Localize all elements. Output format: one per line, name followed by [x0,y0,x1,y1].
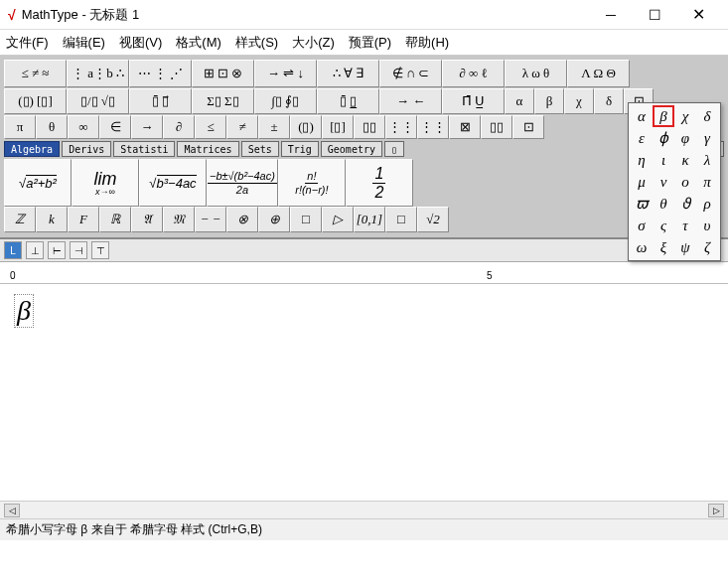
menu-edit[interactable]: 编辑(E) [63,34,105,52]
sym-slot1[interactable]: ▯▯ [354,115,385,139]
sym-paren[interactable]: (▯) [290,115,322,139]
horizontal-scrollbar[interactable]: ◁ ▷ [0,501,728,518]
greek-gamma-cell[interactable]: γ [696,127,718,149]
maximize-button[interactable]: ☐ [633,1,676,29]
greek-chi-cell[interactable]: χ [674,105,696,127]
greek-beta-cell[interactable]: β [653,105,674,127]
sym-otimes[interactable]: ⊗ [226,207,258,232]
template-underover[interactable]: ▯̄ ▯̲ [317,88,379,114]
greek-omicron-cell[interactable]: ο [674,171,696,193]
template-products[interactable]: Π̄ U̲ [442,88,505,114]
menu-style[interactable]: 样式(S) [235,34,278,52]
greek-epsilon-cell[interactable]: ε [631,127,653,149]
palette-relations[interactable]: ≤ ≠ ≈ [4,60,67,87]
palette-arrows[interactable]: → ⇌ ↓ [254,60,317,87]
greek-varphi-cell[interactable]: φ [674,127,696,149]
greek-tau-cell[interactable]: τ [674,215,696,236]
sym-pm[interactable]: ± [258,115,290,139]
greek-lambda-cell[interactable]: λ [696,149,718,171]
equation-editor[interactable]: β [0,284,728,501]
tab-right[interactable]: ⊢ [48,241,66,259]
greek-beta[interactable]: β [534,88,564,114]
menu-help[interactable]: 帮助(H) [405,34,449,52]
greek-pi-cell[interactable]: π [696,171,718,193]
sym-slot2[interactable]: ⋮⋮ [385,115,417,139]
greek-delta-cell[interactable]: δ [696,105,718,127]
sym-bracket[interactable]: [▯] [322,115,354,139]
sym-Z[interactable]: ℤ [4,207,36,232]
menu-prefs[interactable]: 预置(P) [349,34,391,52]
greek-theta-cell[interactable]: θ [653,193,674,215]
tab-center[interactable]: ⊥ [26,241,44,259]
template-integrals[interactable]: ∫▯ ∮▯ [254,88,317,114]
menu-view[interactable]: 视图(V) [119,34,162,52]
palette-spaces[interactable]: ⋮ a⋮b ∴ [67,60,129,87]
tab-geometry[interactable]: Geometry [321,141,382,157]
greek-varpi-cell[interactable]: ϖ [631,193,653,215]
sym-arrow[interactable]: → [131,115,163,139]
ruler[interactable]: 0 5 [0,262,728,284]
sym-box2[interactable]: □ [385,207,417,232]
sym-leq[interactable]: ≤ [195,115,226,139]
minimize-button[interactable]: ─ [589,1,633,29]
greek-delta[interactable]: δ [594,88,624,114]
greek-kappa-cell[interactable]: κ [674,149,696,171]
tab-algebra[interactable]: Algebra [4,141,60,157]
palette-operators[interactable]: ⊞ ⊡ ⊗ [192,60,254,87]
greek-alpha-cell[interactable]: α [631,105,653,127]
menu-format[interactable]: 格式(M) [176,34,221,52]
tab-extra[interactable]: ▯ [384,141,404,157]
close-button[interactable]: ✕ [676,1,720,29]
sym-dash[interactable]: − − [195,207,226,232]
palette-greek-upper[interactable]: Λ Ω Θ [567,60,630,87]
sym-sqrt2[interactable]: √2 [417,207,449,232]
sym-slot3[interactable]: ⋮⋮ [417,115,449,139]
sym-pi[interactable]: π [4,115,36,139]
tab-left[interactable]: L [4,241,22,259]
greek-zeta-cell[interactable]: ζ [696,236,718,258]
sym-F[interactable]: F [68,207,99,232]
tab-trig[interactable]: Trig [281,141,319,157]
template-fences[interactable]: (▯) [▯] [4,88,67,114]
greek-eta-cell[interactable]: η [631,149,653,171]
palette-dots[interactable]: ⋯ ⋮ ⋰ [129,60,192,87]
tab-statistics[interactable]: Statisti [113,141,175,157]
menu-file[interactable]: 文件(F) [6,34,49,52]
palette-misc[interactable]: ∂ ∞ ℓ [442,60,505,87]
sym-slot6[interactable]: ⊡ [512,115,544,139]
sym-k[interactable]: k [36,207,68,232]
greek-sigma-cell[interactable]: σ [631,215,653,236]
greek-omega-cell[interactable]: ω [631,236,653,258]
template-half[interactable]: 12 [346,159,413,207]
palette-greek-lower[interactable]: λ ω θ [505,60,567,87]
template-bars[interactable]: ▯̄ ▯⃗ [129,88,192,114]
sym-slot5[interactable]: ▯▯ [481,115,512,139]
sym-frakA[interactable]: 𝔄 [131,207,163,232]
greek-chi[interactable]: χ [564,88,594,114]
greek-psi-cell[interactable]: ψ [674,236,696,258]
sym-theta[interactable]: θ [36,115,68,139]
greek-phi-cell[interactable]: ϕ [653,127,674,149]
template-permutation[interactable]: n!r!(n−r)! [278,159,346,207]
template-pythagoras[interactable]: √a²+b² [4,159,72,207]
greek-iota-cell[interactable]: ι [653,149,674,171]
sym-R[interactable]: ℝ [99,207,131,232]
greek-nu-cell[interactable]: ν [653,171,674,193]
menu-size[interactable]: 大小(Z) [292,34,335,52]
greek-mu-cell[interactable]: μ [631,171,653,193]
tab-sets[interactable]: Sets [241,141,279,157]
sym-infty[interactable]: ∞ [68,115,99,139]
greek-vartheta-cell[interactable]: ϑ [674,193,696,215]
palette-set[interactable]: ∉ ∩ ⊂ [379,60,442,87]
sym-in[interactable]: ∈ [99,115,131,139]
template-labeled-arrows[interactable]: → ← [379,88,442,114]
greek-varsigma-cell[interactable]: ς [653,215,674,236]
sym-frakM[interactable]: 𝔐 [163,207,195,232]
greek-rho-cell[interactable]: ρ [696,193,718,215]
sym-box[interactable]: □ [290,207,322,232]
sym-neq[interactable]: ≠ [226,115,258,139]
scroll-right-icon[interactable]: ▷ [708,504,724,517]
template-discriminant[interactable]: √b³−4ac [139,159,207,207]
template-quadratic[interactable]: −b±√(b²−4ac)2a [207,159,278,207]
greek-alpha[interactable]: α [505,88,534,114]
